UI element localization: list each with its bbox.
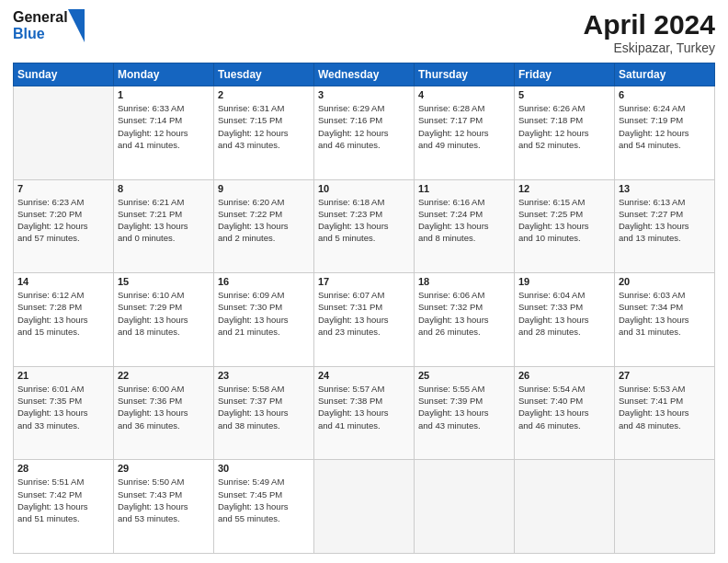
day-number: 10 [318, 183, 410, 194]
col-sunday: Sunday [14, 63, 114, 86]
table-cell: 11Sunrise: 6:16 AM Sunset: 7:24 PM Dayli… [415, 179, 515, 273]
table-cell: 23Sunrise: 5:58 AM Sunset: 7:37 PM Dayli… [214, 366, 314, 460]
svg-marker-0 [68, 9, 85, 42]
day-number: 3 [318, 89, 410, 100]
table-cell: 30Sunrise: 5:49 AM Sunset: 7:45 PM Dayli… [214, 460, 314, 554]
day-info: Sunrise: 5:51 AM Sunset: 7:42 PM Dayligh… [17, 476, 109, 524]
day-number: 29 [118, 463, 210, 474]
day-number: 1 [118, 89, 210, 100]
table-cell: 14Sunrise: 6:12 AM Sunset: 7:28 PM Dayli… [14, 273, 114, 367]
day-number: 7 [17, 183, 109, 194]
table-cell [14, 86, 114, 180]
day-number: 5 [518, 89, 610, 100]
location: Eskipazar, Turkey [584, 40, 715, 55]
col-saturday: Saturday [615, 63, 715, 86]
day-info: Sunrise: 5:50 AM Sunset: 7:43 PM Dayligh… [118, 476, 210, 524]
day-number: 15 [118, 276, 210, 287]
table-cell: 28Sunrise: 5:51 AM Sunset: 7:42 PM Dayli… [14, 460, 114, 554]
table-cell: 12Sunrise: 6:15 AM Sunset: 7:25 PM Dayli… [515, 179, 615, 273]
calendar-week-row: 7Sunrise: 6:23 AM Sunset: 7:20 PM Daylig… [14, 179, 715, 273]
day-number: 4 [418, 89, 510, 100]
day-info: Sunrise: 5:58 AM Sunset: 7:37 PM Dayligh… [218, 383, 310, 431]
day-info: Sunrise: 6:28 AM Sunset: 7:17 PM Dayligh… [418, 102, 510, 151]
day-number: 25 [418, 370, 510, 381]
day-info: Sunrise: 6:26 AM Sunset: 7:18 PM Dayligh… [518, 102, 610, 151]
table-cell: 26Sunrise: 5:54 AM Sunset: 7:40 PM Dayli… [515, 366, 615, 460]
table-cell: 5Sunrise: 6:26 AM Sunset: 7:18 PM Daylig… [515, 86, 615, 180]
table-cell: 24Sunrise: 5:57 AM Sunset: 7:38 PM Dayli… [314, 366, 415, 460]
table-cell: 15Sunrise: 6:10 AM Sunset: 7:29 PM Dayli… [114, 273, 214, 367]
table-cell: 7Sunrise: 6:23 AM Sunset: 7:20 PM Daylig… [14, 179, 114, 273]
day-info: Sunrise: 6:00 AM Sunset: 7:36 PM Dayligh… [118, 383, 210, 431]
day-number: 26 [518, 370, 610, 381]
day-info: Sunrise: 6:15 AM Sunset: 7:25 PM Dayligh… [518, 196, 610, 245]
month-title: April 2024 [584, 9, 715, 40]
day-info: Sunrise: 6:04 AM Sunset: 7:33 PM Dayligh… [518, 289, 610, 338]
day-info: Sunrise: 6:12 AM Sunset: 7:28 PM Dayligh… [17, 289, 109, 338]
table-cell [615, 460, 715, 554]
day-number: 28 [17, 463, 109, 474]
day-info: Sunrise: 6:24 AM Sunset: 7:19 PM Dayligh… [619, 102, 711, 151]
calendar-week-row: 21Sunrise: 6:01 AM Sunset: 7:35 PM Dayli… [14, 366, 715, 460]
day-number: 14 [17, 276, 109, 287]
day-number: 23 [218, 370, 310, 381]
logo: GeneralBlue [13, 9, 85, 42]
col-friday: Friday [515, 63, 615, 86]
day-info: Sunrise: 6:23 AM Sunset: 7:20 PM Dayligh… [17, 196, 109, 245]
table-cell: 22Sunrise: 6:00 AM Sunset: 7:36 PM Dayli… [114, 366, 214, 460]
day-info: Sunrise: 6:21 AM Sunset: 7:21 PM Dayligh… [118, 196, 210, 245]
day-number: 13 [619, 183, 711, 194]
table-cell: 20Sunrise: 6:03 AM Sunset: 7:34 PM Dayli… [615, 273, 715, 367]
day-info: Sunrise: 5:53 AM Sunset: 7:41 PM Dayligh… [619, 383, 711, 431]
table-cell [415, 460, 515, 554]
day-info: Sunrise: 6:18 AM Sunset: 7:23 PM Dayligh… [318, 196, 410, 245]
table-cell: 29Sunrise: 5:50 AM Sunset: 7:43 PM Dayli… [114, 460, 214, 554]
day-number: 17 [318, 276, 410, 287]
day-number: 27 [619, 370, 711, 381]
page: GeneralBlue April 2024 Eskipazar, Turkey… [0, 0, 728, 563]
calendar-table: Sunday Monday Tuesday Wednesday Thursday… [13, 63, 715, 554]
day-info: Sunrise: 6:16 AM Sunset: 7:24 PM Dayligh… [418, 196, 510, 245]
calendar-header-row: Sunday Monday Tuesday Wednesday Thursday… [14, 63, 715, 86]
day-number: 12 [518, 183, 610, 194]
col-wednesday: Wednesday [314, 63, 415, 86]
table-cell: 10Sunrise: 6:18 AM Sunset: 7:23 PM Dayli… [314, 179, 415, 273]
table-cell: 27Sunrise: 5:53 AM Sunset: 7:41 PM Dayli… [615, 366, 715, 460]
day-number: 24 [318, 370, 410, 381]
day-info: Sunrise: 6:06 AM Sunset: 7:32 PM Dayligh… [418, 289, 510, 338]
table-cell: 21Sunrise: 6:01 AM Sunset: 7:35 PM Dayli… [14, 366, 114, 460]
day-number: 11 [418, 183, 510, 194]
day-number: 20 [619, 276, 711, 287]
table-cell: 8Sunrise: 6:21 AM Sunset: 7:21 PM Daylig… [114, 179, 214, 273]
table-cell: 19Sunrise: 6:04 AM Sunset: 7:33 PM Dayli… [515, 273, 615, 367]
day-info: Sunrise: 6:31 AM Sunset: 7:15 PM Dayligh… [218, 102, 310, 151]
table-cell [314, 460, 415, 554]
col-thursday: Thursday [415, 63, 515, 86]
day-info: Sunrise: 6:03 AM Sunset: 7:34 PM Dayligh… [619, 289, 711, 338]
day-number: 2 [218, 89, 310, 100]
day-info: Sunrise: 6:33 AM Sunset: 7:14 PM Dayligh… [118, 102, 210, 151]
table-cell: 13Sunrise: 6:13 AM Sunset: 7:27 PM Dayli… [615, 179, 715, 273]
day-number: 30 [218, 463, 310, 474]
table-cell: 3Sunrise: 6:29 AM Sunset: 7:16 PM Daylig… [314, 86, 415, 180]
calendar-week-row: 28Sunrise: 5:51 AM Sunset: 7:42 PM Dayli… [14, 460, 715, 554]
day-number: 9 [218, 183, 310, 194]
table-cell: 17Sunrise: 6:07 AM Sunset: 7:31 PM Dayli… [314, 273, 415, 367]
col-monday: Monday [114, 63, 214, 86]
day-info: Sunrise: 5:55 AM Sunset: 7:39 PM Dayligh… [418, 383, 510, 431]
day-info: Sunrise: 5:54 AM Sunset: 7:40 PM Dayligh… [518, 383, 610, 431]
day-info: Sunrise: 6:01 AM Sunset: 7:35 PM Dayligh… [17, 383, 109, 431]
day-number: 19 [518, 276, 610, 287]
logo-triangle [68, 9, 85, 42]
day-number: 6 [619, 89, 711, 100]
table-cell: 2Sunrise: 6:31 AM Sunset: 7:15 PM Daylig… [214, 86, 314, 180]
calendar-week-row: 14Sunrise: 6:12 AM Sunset: 7:28 PM Dayli… [14, 273, 715, 367]
day-info: Sunrise: 6:13 AM Sunset: 7:27 PM Dayligh… [619, 196, 711, 245]
calendar-week-row: 1Sunrise: 6:33 AM Sunset: 7:14 PM Daylig… [14, 86, 715, 180]
day-info: Sunrise: 6:07 AM Sunset: 7:31 PM Dayligh… [318, 289, 410, 338]
day-number: 21 [17, 370, 109, 381]
day-number: 16 [218, 276, 310, 287]
day-info: Sunrise: 6:10 AM Sunset: 7:29 PM Dayligh… [118, 289, 210, 338]
table-cell: 25Sunrise: 5:55 AM Sunset: 7:39 PM Dayli… [415, 366, 515, 460]
day-info: Sunrise: 6:20 AM Sunset: 7:22 PM Dayligh… [218, 196, 310, 245]
